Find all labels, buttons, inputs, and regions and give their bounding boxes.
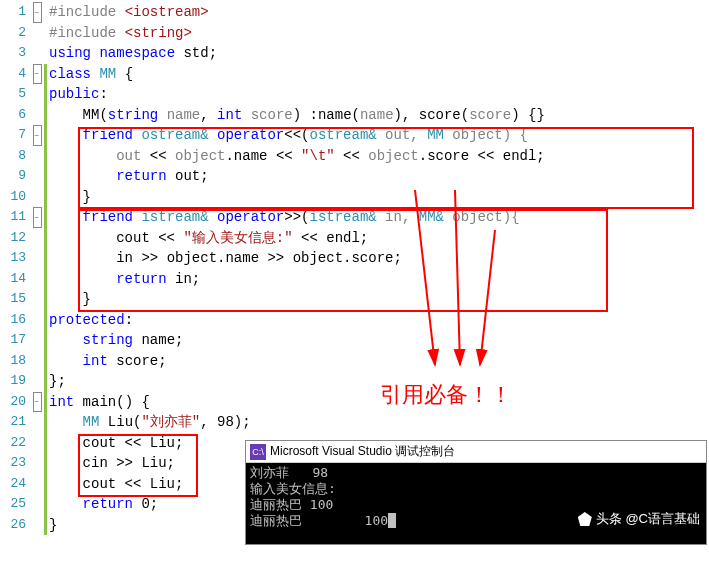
line-number: 20	[0, 392, 26, 413]
fold-toggle-icon[interactable]: −	[33, 2, 42, 23]
console-app-icon: C:\	[250, 444, 266, 460]
code-line: #include <iostream>	[47, 2, 709, 23]
line-number: 24	[0, 474, 26, 495]
debug-console-window: C:\ Microsoft Visual Studio 调试控制台 刘亦菲 98…	[245, 440, 707, 545]
code-line: public:	[47, 84, 709, 105]
line-number: 17	[0, 330, 26, 351]
code-line: }	[47, 289, 709, 310]
fold-column: − − − − −	[30, 0, 44, 571]
fold-toggle-icon[interactable]: −	[33, 64, 42, 85]
code-line: #include <string>	[47, 23, 709, 44]
line-number: 7	[0, 125, 26, 146]
code-line: string name;	[47, 330, 709, 351]
fold-toggle-icon[interactable]: −	[33, 207, 42, 228]
line-number: 2	[0, 23, 26, 44]
console-titlebar[interactable]: C:\ Microsoft Visual Studio 调试控制台	[246, 441, 706, 463]
code-line: };	[47, 371, 709, 392]
code-line: cout << "输入美女信息:" << endl;	[47, 228, 709, 249]
fold-toggle-icon[interactable]: −	[33, 392, 42, 413]
line-number: 12	[0, 228, 26, 249]
code-line: MM(string name, int score) :name(name), …	[47, 105, 709, 126]
line-number: 19	[0, 371, 26, 392]
code-line: MM Liu("刘亦菲", 98);	[47, 412, 709, 433]
code-line: int score;	[47, 351, 709, 372]
line-number: 26	[0, 515, 26, 536]
line-number: 14	[0, 269, 26, 290]
line-number: 5	[0, 84, 26, 105]
line-number: 6	[0, 105, 26, 126]
code-line: protected:	[47, 310, 709, 331]
line-number-gutter: 1 2 3 4 5 6 7 8 9 10 11 12 13 14 15 16 1…	[0, 0, 30, 571]
line-number: 10	[0, 187, 26, 208]
fold-toggle-icon[interactable]: −	[33, 125, 42, 146]
line-number: 15	[0, 289, 26, 310]
line-number: 16	[0, 310, 26, 331]
code-line: class MM {	[47, 64, 709, 85]
line-number: 4	[0, 64, 26, 85]
line-number: 13	[0, 248, 26, 269]
line-number: 25	[0, 494, 26, 515]
code-line: using namespace std;	[47, 43, 709, 64]
watermark: 头条 @C语言基础	[578, 510, 700, 528]
code-line: in >> object.name >> object.score;	[47, 248, 709, 269]
line-number: 3	[0, 43, 26, 64]
line-number: 1	[0, 2, 26, 23]
console-title-text: Microsoft Visual Studio 调试控制台	[270, 443, 455, 460]
code-line: return in;	[47, 269, 709, 290]
line-number: 8	[0, 146, 26, 167]
annotation-text: 引用必备！！	[380, 380, 512, 410]
line-number: 11	[0, 207, 26, 228]
code-line: int main() {	[47, 392, 709, 413]
line-number: 18	[0, 351, 26, 372]
line-number: 22	[0, 433, 26, 454]
line-number: 9	[0, 166, 26, 187]
line-number: 21	[0, 412, 26, 433]
code-line: out << object.name << "\t" << object.sco…	[47, 146, 709, 167]
watermark-text: 头条 @C语言基础	[596, 510, 700, 528]
watermark-logo-icon	[578, 512, 592, 526]
code-line: return out;	[47, 166, 709, 187]
line-number: 23	[0, 453, 26, 474]
code-line: friend ostream& operator<<(ostream& out,…	[47, 125, 709, 146]
code-line: friend istream& operator>>(istream& in, …	[47, 207, 709, 228]
code-line: }	[47, 187, 709, 208]
